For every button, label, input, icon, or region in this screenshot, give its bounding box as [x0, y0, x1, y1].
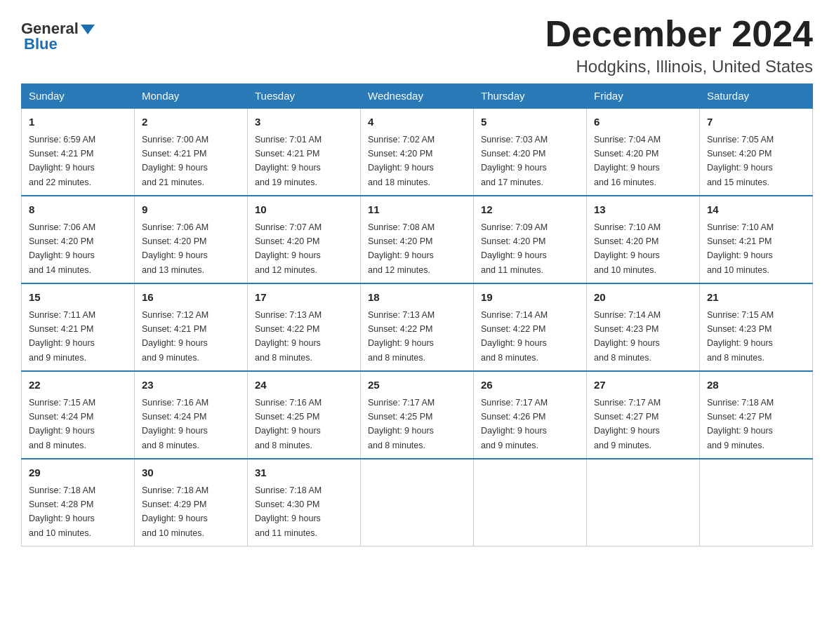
day-number: 14 [707, 202, 805, 218]
day-number: 24 [255, 377, 353, 394]
title-block: December 2024 Hodgkins, Illinois, United… [545, 14, 813, 76]
calendar-cell: 12 Sunrise: 7:09 AMSunset: 4:20 PMDaylig… [474, 196, 587, 283]
calendar-cell [474, 459, 587, 546]
day-info: Sunrise: 7:13 AMSunset: 4:22 PMDaylight:… [368, 310, 435, 363]
day-info: Sunrise: 7:14 AMSunset: 4:23 PMDaylight:… [594, 310, 661, 363]
calendar-cell: 1 Sunrise: 6:59 AMSunset: 4:21 PMDayligh… [22, 108, 135, 196]
day-number: 12 [481, 202, 579, 218]
day-info: Sunrise: 7:05 AMSunset: 4:20 PMDaylight:… [707, 135, 774, 187]
calendar-cell: 17 Sunrise: 7:13 AMSunset: 4:22 PMDaylig… [248, 283, 361, 371]
day-number: 26 [481, 377, 579, 394]
calendar-cell [700, 459, 813, 546]
weekday-header-monday: Monday [135, 84, 248, 109]
logo-arrow-icon [81, 25, 95, 34]
calendar-cell: 28 Sunrise: 7:18 AMSunset: 4:27 PMDaylig… [700, 371, 813, 459]
day-number: 7 [707, 114, 805, 130]
day-info: Sunrise: 7:10 AMSunset: 4:21 PMDaylight:… [707, 222, 774, 275]
logo-blue: Blue [24, 35, 58, 53]
day-info: Sunrise: 7:00 AMSunset: 4:21 PMDaylight:… [142, 135, 208, 187]
calendar-cell: 7 Sunrise: 7:05 AMSunset: 4:20 PMDayligh… [700, 108, 813, 196]
calendar-cell: 18 Sunrise: 7:13 AMSunset: 4:22 PMDaylig… [361, 283, 474, 371]
calendar-cell: 20 Sunrise: 7:14 AMSunset: 4:23 PMDaylig… [587, 283, 700, 371]
calendar-cell: 25 Sunrise: 7:17 AMSunset: 4:25 PMDaylig… [361, 371, 474, 459]
calendar-week-row: 22 Sunrise: 7:15 AMSunset: 4:24 PMDaylig… [22, 371, 813, 459]
calendar-cell: 13 Sunrise: 7:10 AMSunset: 4:20 PMDaylig… [587, 196, 700, 283]
day-number: 22 [29, 377, 127, 394]
day-info: Sunrise: 6:59 AMSunset: 4:21 PMDaylight:… [29, 135, 95, 187]
calendar-header-row: SundayMondayTuesdayWednesdayThursdayFrid… [22, 84, 813, 109]
day-info: Sunrise: 7:17 AMSunset: 4:26 PMDaylight:… [481, 398, 548, 450]
calendar-cell: 24 Sunrise: 7:16 AMSunset: 4:25 PMDaylig… [248, 371, 361, 459]
calendar-cell: 29 Sunrise: 7:18 AMSunset: 4:28 PMDaylig… [22, 459, 135, 546]
day-info: Sunrise: 7:14 AMSunset: 4:22 PMDaylight:… [481, 310, 548, 363]
calendar-week-row: 15 Sunrise: 7:11 AMSunset: 4:21 PMDaylig… [22, 283, 813, 371]
weekday-header-saturday: Saturday [700, 84, 813, 109]
calendar-cell: 23 Sunrise: 7:16 AMSunset: 4:24 PMDaylig… [135, 371, 248, 459]
calendar-cell [587, 459, 700, 546]
day-info: Sunrise: 7:18 AMSunset: 4:30 PMDaylight:… [255, 485, 322, 538]
day-info: Sunrise: 7:18 AMSunset: 4:28 PMDaylight:… [29, 485, 95, 538]
calendar-cell: 21 Sunrise: 7:15 AMSunset: 4:23 PMDaylig… [700, 283, 813, 371]
day-number: 2 [142, 114, 240, 130]
calendar-cell [361, 459, 474, 546]
page-subtitle: Hodgkins, Illinois, United States [545, 57, 813, 76]
day-number: 31 [255, 465, 353, 481]
calendar-cell: 9 Sunrise: 7:06 AMSunset: 4:20 PMDayligh… [135, 196, 248, 283]
calendar-cell: 22 Sunrise: 7:15 AMSunset: 4:24 PMDaylig… [22, 371, 135, 459]
day-number: 30 [142, 465, 240, 481]
calendar-cell: 14 Sunrise: 7:10 AMSunset: 4:21 PMDaylig… [700, 196, 813, 283]
day-number: 13 [594, 202, 692, 218]
day-number: 5 [481, 114, 579, 130]
calendar-cell: 30 Sunrise: 7:18 AMSunset: 4:29 PMDaylig… [135, 459, 248, 546]
day-number: 11 [368, 202, 466, 218]
day-info: Sunrise: 7:17 AMSunset: 4:27 PMDaylight:… [594, 398, 661, 450]
day-info: Sunrise: 7:09 AMSunset: 4:20 PMDaylight:… [481, 222, 548, 275]
calendar-cell: 19 Sunrise: 7:14 AMSunset: 4:22 PMDaylig… [474, 283, 587, 371]
calendar-cell: 16 Sunrise: 7:12 AMSunset: 4:21 PMDaylig… [135, 283, 248, 371]
day-info: Sunrise: 7:18 AMSunset: 4:29 PMDaylight:… [142, 485, 208, 538]
day-number: 27 [594, 377, 692, 394]
calendar-week-row: 29 Sunrise: 7:18 AMSunset: 4:28 PMDaylig… [22, 459, 813, 546]
day-number: 23 [142, 377, 240, 394]
day-info: Sunrise: 7:07 AMSunset: 4:20 PMDaylight:… [255, 222, 322, 275]
day-info: Sunrise: 7:08 AMSunset: 4:20 PMDaylight:… [368, 222, 435, 275]
day-info: Sunrise: 7:16 AMSunset: 4:25 PMDaylight:… [255, 398, 322, 450]
day-info: Sunrise: 7:18 AMSunset: 4:27 PMDaylight:… [707, 398, 774, 450]
logo: General Blue [21, 14, 95, 53]
calendar-cell: 26 Sunrise: 7:17 AMSunset: 4:26 PMDaylig… [474, 371, 587, 459]
day-number: 28 [707, 377, 805, 394]
calendar-cell: 27 Sunrise: 7:17 AMSunset: 4:27 PMDaylig… [587, 371, 700, 459]
day-number: 15 [29, 290, 127, 306]
day-info: Sunrise: 7:03 AMSunset: 4:20 PMDaylight:… [481, 135, 548, 187]
day-info: Sunrise: 7:06 AMSunset: 4:20 PMDaylight:… [142, 222, 208, 275]
day-number: 25 [368, 377, 466, 394]
day-number: 29 [29, 465, 127, 481]
weekday-header-thursday: Thursday [474, 84, 587, 109]
calendar-week-row: 1 Sunrise: 6:59 AMSunset: 4:21 PMDayligh… [22, 108, 813, 196]
day-number: 17 [255, 290, 353, 306]
day-info: Sunrise: 7:04 AMSunset: 4:20 PMDaylight:… [594, 135, 661, 187]
page-title: December 2024 [545, 14, 813, 54]
weekday-header-wednesday: Wednesday [361, 84, 474, 109]
calendar-table: SundayMondayTuesdayWednesdayThursdayFrid… [21, 83, 813, 546]
day-info: Sunrise: 7:15 AMSunset: 4:24 PMDaylight:… [29, 398, 95, 450]
day-number: 4 [368, 114, 466, 130]
day-number: 1 [29, 114, 127, 130]
weekday-header-sunday: Sunday [22, 84, 135, 109]
day-number: 9 [142, 202, 240, 218]
calendar-cell: 3 Sunrise: 7:01 AMSunset: 4:21 PMDayligh… [248, 108, 361, 196]
calendar-cell: 15 Sunrise: 7:11 AMSunset: 4:21 PMDaylig… [22, 283, 135, 371]
day-number: 21 [707, 290, 805, 306]
day-info: Sunrise: 7:02 AMSunset: 4:20 PMDaylight:… [368, 135, 435, 187]
day-info: Sunrise: 7:13 AMSunset: 4:22 PMDaylight:… [255, 310, 322, 363]
day-number: 8 [29, 202, 127, 218]
calendar-cell: 31 Sunrise: 7:18 AMSunset: 4:30 PMDaylig… [248, 459, 361, 546]
day-info: Sunrise: 7:10 AMSunset: 4:20 PMDaylight:… [594, 222, 661, 275]
day-info: Sunrise: 7:12 AMSunset: 4:21 PMDaylight:… [142, 310, 208, 363]
calendar-cell: 11 Sunrise: 7:08 AMSunset: 4:20 PMDaylig… [361, 196, 474, 283]
day-number: 18 [368, 290, 466, 306]
day-number: 19 [481, 290, 579, 306]
calendar-cell: 5 Sunrise: 7:03 AMSunset: 4:20 PMDayligh… [474, 108, 587, 196]
calendar-cell: 2 Sunrise: 7:00 AMSunset: 4:21 PMDayligh… [135, 108, 248, 196]
day-number: 10 [255, 202, 353, 218]
